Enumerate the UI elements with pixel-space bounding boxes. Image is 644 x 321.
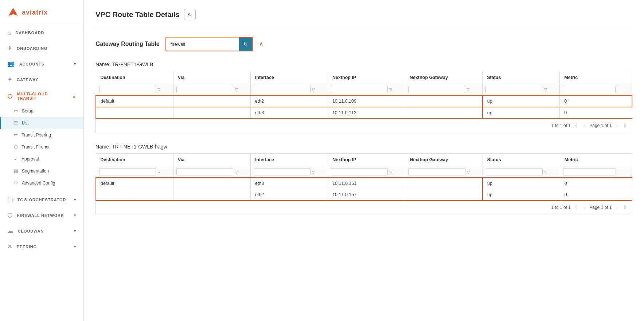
- table2-last-page[interactable]: ⟫: [622, 204, 628, 211]
- sidebar-item-accounts[interactable]: 👥 ACCOUNTS ▾: [0, 56, 83, 72]
- sidebar-item-dashboard[interactable]: ⌂ DASHBOARD: [0, 25, 83, 40]
- t2r1-via: [173, 178, 250, 189]
- t2-filter-nexthop-ip[interactable]: [331, 168, 388, 175]
- t2-filter-status[interactable]: [486, 168, 543, 175]
- t2-filter-destination-icon[interactable]: ▽: [157, 170, 160, 174]
- filter-cell-via: ▽: [173, 84, 250, 96]
- t2r1-metric: 0: [560, 178, 632, 189]
- filter-via[interactable]: [176, 86, 233, 93]
- filter-interface[interactable]: [254, 86, 311, 93]
- t2-filter-via[interactable]: [176, 168, 233, 175]
- filter-nexthop-ip[interactable]: [331, 86, 388, 93]
- search-refresh-button[interactable]: ↻: [239, 37, 252, 51]
- t2-filter-nexthop-gw[interactable]: [408, 168, 465, 175]
- peering-arrow: ▾: [74, 245, 76, 249]
- sidebar-item-transit-peering[interactable]: ⇌ Transit Peering: [0, 129, 83, 141]
- filter-status[interactable]: [485, 86, 542, 93]
- filter-status-icon[interactable]: ▽: [544, 87, 547, 92]
- table2-next-page[interactable]: ›: [615, 204, 619, 211]
- sidebar-item-cloudwan[interactable]: ☁ CLOUDWAN ▾: [0, 223, 83, 239]
- col-metric: Metric: [560, 71, 632, 84]
- sidebar-item-transit-firenet[interactable]: ⬡ Transit Firenet: [0, 141, 83, 153]
- table2-header-row: Destination Via Interface Nexthop IP Nex…: [96, 154, 632, 166]
- cloudwan-icon: ☁: [7, 227, 13, 234]
- sidebar-item-segmentation[interactable]: ▦ Segmentation: [0, 165, 83, 177]
- table1: Destination Via Interface Nexthop IP Nex…: [95, 71, 632, 119]
- t1r1-metric: 0: [560, 95, 632, 107]
- gateway-routing-header: Gateway Routing Table ↻ ∧: [95, 37, 632, 51]
- table1-next-page[interactable]: ›: [615, 122, 619, 129]
- sidebar-item-gateway[interactable]: ✦ GATEWAY: [0, 72, 83, 87]
- plane-icon: ✈: [7, 45, 12, 52]
- t2-filter-nexthop-gw-icon[interactable]: ▽: [467, 170, 470, 174]
- sidebar-item-label: ACCOUNTS: [19, 62, 44, 66]
- sidebar-item-multicloud-transit[interactable]: ⬡ MULTI-CLOUD TRANSIT ▲: [0, 87, 83, 105]
- t2r1-nexthop-gw: [405, 178, 483, 189]
- t2-filter-cell-interface: ▽: [250, 166, 328, 178]
- col-status: Status: [483, 71, 560, 84]
- filter-cell-nexthop-gw: ▽: [405, 84, 483, 96]
- table1-header-row: Destination Via Interface Nexthop IP Nex…: [96, 71, 632, 84]
- t1r2-destination: [96, 107, 173, 119]
- accounts-arrow: ▾: [74, 62, 76, 66]
- sidebar-item-approval[interactable]: ✓ Approval: [0, 153, 83, 165]
- sidebar-item-setup[interactable]: ▭ Setup: [0, 105, 83, 117]
- table1-last-page[interactable]: ⟫: [622, 122, 628, 129]
- page-title-row: VPC Route Table Details ↻: [95, 9, 632, 20]
- sidebar-item-list[interactable]: ☰ List: [0, 117, 83, 129]
- firenet-icon: ⬡: [14, 144, 18, 150]
- table1-pagination: 1 to 1 of 1 ⟪ ‹ Page 1 of 1 › ⟫: [95, 119, 632, 132]
- t2-filter-via-icon[interactable]: ▽: [235, 170, 238, 174]
- t2-filter-interface[interactable]: [254, 168, 311, 175]
- sidebar-item-label: CLOUDWAN: [18, 229, 44, 233]
- t2-filter-interface-icon[interactable]: ▽: [312, 170, 315, 174]
- table1-filter-row: ▽ ▽ ▽: [96, 84, 632, 96]
- t2-filter-cell-via: ▽: [173, 166, 250, 178]
- collapse-chevron-icon[interactable]: ∧: [259, 40, 264, 48]
- table2-prev-page[interactable]: ‹: [582, 204, 586, 211]
- col-nexthop-ip: Nexthop IP: [328, 71, 405, 84]
- col-via: Via: [173, 71, 250, 84]
- filter-destination-icon[interactable]: ▽: [157, 87, 160, 92]
- t2-filter-cell-metric: [560, 166, 632, 178]
- approval-icon: ✓: [14, 156, 18, 162]
- t1r1-destination: default: [96, 95, 173, 107]
- table1-first-page[interactable]: ⟪: [574, 122, 579, 129]
- page-refresh-button[interactable]: ↻: [184, 9, 196, 20]
- t1r2-nexthop-gw: [405, 107, 483, 119]
- filter-destination[interactable]: [99, 86, 156, 93]
- config-icon: ⚙: [14, 180, 18, 186]
- t2-filter-destination[interactable]: [99, 168, 156, 175]
- table1-page-label: Page 1 of 1: [589, 123, 612, 128]
- t2r2-metric: 0: [560, 189, 632, 201]
- cloudwan-arrow: ▾: [74, 229, 76, 233]
- table2-page-label: Page 1 of 1: [589, 205, 612, 210]
- filter-cell-status: ▽: [483, 84, 560, 96]
- filter-nexthop-ip-icon[interactable]: ▽: [389, 87, 392, 92]
- filter-via-icon[interactable]: ▽: [235, 87, 238, 92]
- table2-first-page[interactable]: ⟪: [574, 204, 579, 211]
- sidebar-item-tgw[interactable]: ⬚ TGW ORCHESTRATOR ▾: [0, 192, 83, 207]
- t2-filter-metric[interactable]: [563, 168, 616, 175]
- gateway-search-input[interactable]: [166, 39, 239, 49]
- page-title: VPC Route Table Details: [95, 11, 180, 19]
- t2-filter-nexthop-ip-icon[interactable]: ▽: [389, 170, 392, 174]
- sidebar-item-onboarding[interactable]: ✈ ONBOARDING: [0, 40, 83, 56]
- t2-filter-status-icon[interactable]: ▽: [544, 170, 547, 174]
- filter-interface-icon[interactable]: ▽: [312, 87, 315, 92]
- table2-range: 1 to 1 of 1: [551, 205, 571, 210]
- title-divider: [95, 28, 632, 28]
- sidebar-item-firewall-network[interactable]: ⬡ FIREWALL NETWORK ▾: [0, 207, 83, 223]
- t1r2-metric: 0: [560, 107, 632, 119]
- filter-nexthop-gw-icon[interactable]: ▽: [467, 87, 469, 92]
- t2r2-destination: [96, 189, 173, 201]
- t2-col-nexthop-ip: Nexthop IP: [328, 154, 405, 166]
- sidebar-item-peering[interactable]: ✕ PEERING ▾: [0, 239, 83, 254]
- t1r2-nexthop-ip: 10.11.0.113: [328, 107, 405, 119]
- table1-prev-page[interactable]: ‹: [582, 122, 586, 129]
- filter-nexthop-gw[interactable]: [408, 86, 465, 93]
- sidebar-item-advanced-config[interactable]: ⚙ Advanced Config: [0, 177, 83, 189]
- gateway-icon: ✦: [7, 76, 12, 83]
- sidebar-sub-label: Transit Firenet: [22, 144, 50, 150]
- filter-metric[interactable]: [563, 86, 616, 93]
